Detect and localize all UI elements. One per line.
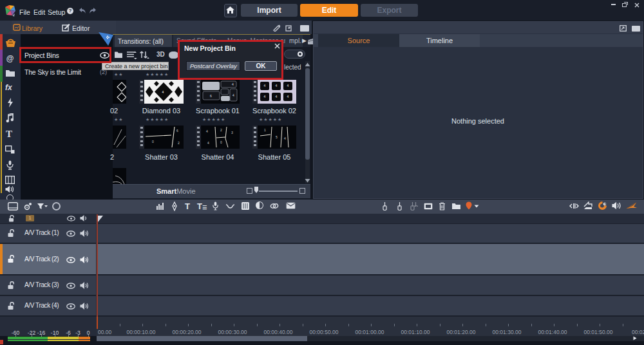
svg-text:3: 3 [231, 131, 233, 135]
svg-text:0: 0 [152, 140, 154, 144]
svg-text:4: 4 [287, 95, 289, 98]
svg-text:4: 4 [162, 90, 164, 94]
svg-text:5: 5 [276, 135, 278, 139]
svg-text:4: 4 [287, 84, 289, 88]
svg-text:0: 0 [220, 140, 222, 144]
svg-text:4: 4 [264, 95, 266, 98]
svg-text:1: 1 [264, 128, 266, 132]
svg-text:4: 4 [206, 129, 208, 133]
svg-text:2: 2 [220, 128, 222, 132]
svg-text:4: 4 [276, 95, 278, 98]
svg-text:4: 4 [276, 84, 278, 88]
svg-text:6: 6 [210, 94, 212, 98]
svg-text:6: 6 [176, 129, 178, 133]
svg-text:2: 2 [178, 141, 180, 145]
svg-text:4: 4 [284, 136, 286, 140]
svg-text:4: 4 [232, 93, 234, 97]
svg-text:4: 4 [264, 84, 266, 88]
svg-text:4: 4 [232, 82, 234, 86]
svg-text:4: 4 [207, 141, 209, 145]
